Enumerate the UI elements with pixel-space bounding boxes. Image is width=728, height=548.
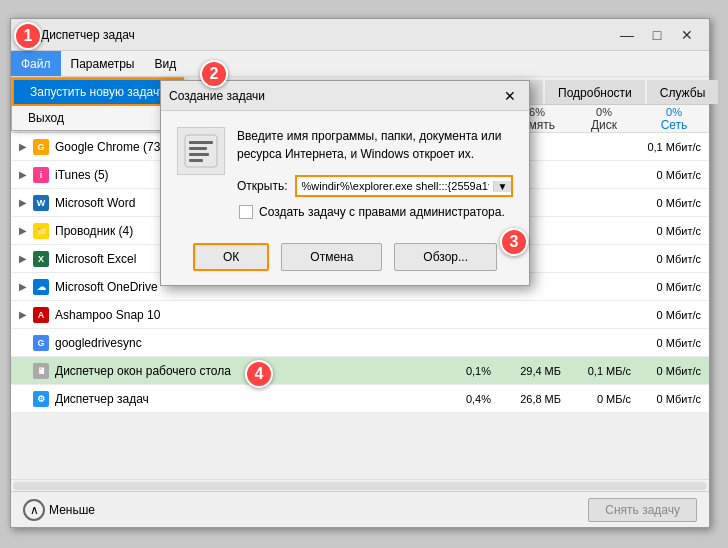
create-task-dialog: Создание задачи ✕ Введите имя программы,… <box>160 80 530 286</box>
dialog-buttons: ОК Отмена Обзор... <box>161 233 529 285</box>
admin-checkbox-label: Создать задачу с правами администратора. <box>259 205 505 219</box>
admin-checkbox-row: Создать задачу с правами администратора. <box>237 205 513 219</box>
browse-button[interactable]: Обзор... <box>394 243 497 271</box>
dialog-close-button[interactable]: ✕ <box>499 85 521 107</box>
dialog-description: Введите имя программы, папки, документа … <box>237 127 513 163</box>
dialog-body: Введите имя программы, папки, документа … <box>161 111 529 233</box>
dropdown-arrow-icon[interactable]: ▼ <box>493 181 511 192</box>
annotation-1: 1 <box>14 22 42 50</box>
ok-button[interactable]: ОК <box>193 243 269 271</box>
annotation-3: 3 <box>500 228 528 256</box>
annotation-4: 4 <box>245 360 273 388</box>
svg-rect-1 <box>189 141 213 144</box>
dialog-overlay: Создание задачи ✕ Введите имя программы,… <box>0 0 728 548</box>
cancel-button[interactable]: Отмена <box>281 243 382 271</box>
dialog-app-icon <box>177 127 225 175</box>
svg-rect-4 <box>189 159 203 162</box>
input-wrapper: ▼ <box>295 175 513 197</box>
annotation-2: 2 <box>200 60 228 88</box>
open-input[interactable] <box>297 177 493 195</box>
svg-rect-3 <box>189 153 209 156</box>
dialog-icon-area <box>177 127 225 223</box>
dialog-title-text: Создание задачи <box>169 89 265 103</box>
open-label: Открыть: <box>237 179 287 193</box>
dialog-content: Введите имя программы, папки, документа … <box>237 127 513 223</box>
svg-rect-2 <box>189 147 207 150</box>
svg-rect-0 <box>185 135 217 167</box>
open-row: Открыть: ▼ <box>237 175 513 197</box>
admin-checkbox[interactable] <box>239 205 253 219</box>
